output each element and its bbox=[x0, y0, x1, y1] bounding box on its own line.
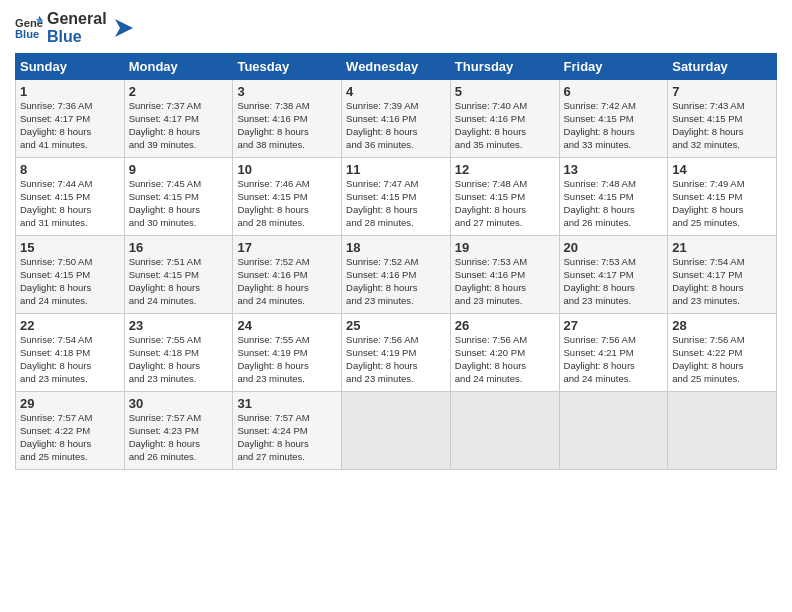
calendar-cell: 13Sunrise: 7:48 AMSunset: 4:15 PMDayligh… bbox=[559, 158, 668, 236]
day-number: 1 bbox=[20, 84, 120, 99]
calendar-cell: 28Sunrise: 7:56 AMSunset: 4:22 PMDayligh… bbox=[668, 314, 777, 392]
col-header-sunday: Sunday bbox=[16, 54, 125, 80]
calendar-cell: 6Sunrise: 7:42 AMSunset: 4:15 PMDaylight… bbox=[559, 80, 668, 158]
cell-info-line: Daylight: 8 hours bbox=[20, 438, 120, 451]
cell-info-line: Daylight: 8 hours bbox=[129, 204, 229, 217]
cell-info-line: Sunset: 4:15 PM bbox=[672, 113, 772, 126]
calendar-cell: 27Sunrise: 7:56 AMSunset: 4:21 PMDayligh… bbox=[559, 314, 668, 392]
cell-info-line: Sunrise: 7:56 AM bbox=[564, 334, 664, 347]
col-header-saturday: Saturday bbox=[668, 54, 777, 80]
cell-info-line: Sunrise: 7:43 AM bbox=[672, 100, 772, 113]
cell-info-line: Sunset: 4:15 PM bbox=[672, 191, 772, 204]
cell-info-line: Sunset: 4:24 PM bbox=[237, 425, 337, 438]
cell-info-line: and 23 minutes. bbox=[237, 373, 337, 386]
cell-info-line: Daylight: 8 hours bbox=[672, 282, 772, 295]
cell-info-line: Daylight: 8 hours bbox=[346, 204, 446, 217]
cell-info-line: Sunrise: 7:57 AM bbox=[237, 412, 337, 425]
cell-info-line: Sunset: 4:18 PM bbox=[129, 347, 229, 360]
calendar-cell: 24Sunrise: 7:55 AMSunset: 4:19 PMDayligh… bbox=[233, 314, 342, 392]
cell-info-line: Sunset: 4:19 PM bbox=[237, 347, 337, 360]
day-number: 13 bbox=[564, 162, 664, 177]
calendar-table: SundayMondayTuesdayWednesdayThursdayFrid… bbox=[15, 53, 777, 470]
col-header-thursday: Thursday bbox=[450, 54, 559, 80]
cell-info-line: and 23 minutes. bbox=[455, 295, 555, 308]
day-number: 4 bbox=[346, 84, 446, 99]
day-number: 27 bbox=[564, 318, 664, 333]
cell-info-line: and 31 minutes. bbox=[20, 217, 120, 230]
cell-info-line: and 25 minutes. bbox=[672, 373, 772, 386]
cell-info-line: Daylight: 8 hours bbox=[20, 126, 120, 139]
cell-info-line: Sunset: 4:18 PM bbox=[20, 347, 120, 360]
cell-info-line: Sunset: 4:20 PM bbox=[455, 347, 555, 360]
calendar-cell: 31Sunrise: 7:57 AMSunset: 4:24 PMDayligh… bbox=[233, 392, 342, 470]
cell-info-line: Sunrise: 7:37 AM bbox=[129, 100, 229, 113]
col-header-wednesday: Wednesday bbox=[342, 54, 451, 80]
logo-icon: General Blue bbox=[15, 14, 43, 42]
day-number: 31 bbox=[237, 396, 337, 411]
cell-info-line: and 27 minutes. bbox=[237, 451, 337, 464]
week-row-1: 1Sunrise: 7:36 AMSunset: 4:17 PMDaylight… bbox=[16, 80, 777, 158]
cell-info-line: Daylight: 8 hours bbox=[346, 126, 446, 139]
cell-info-line: Sunrise: 7:48 AM bbox=[564, 178, 664, 191]
cell-info-line: and 27 minutes. bbox=[455, 217, 555, 230]
cell-info-line: Sunset: 4:15 PM bbox=[346, 191, 446, 204]
cell-info-line: Sunset: 4:17 PM bbox=[20, 113, 120, 126]
cell-info-line: Daylight: 8 hours bbox=[237, 126, 337, 139]
cell-info-line: Sunset: 4:15 PM bbox=[129, 269, 229, 282]
cell-info-line: Sunset: 4:22 PM bbox=[20, 425, 120, 438]
cell-info-line: Sunrise: 7:47 AM bbox=[346, 178, 446, 191]
calendar-cell: 16Sunrise: 7:51 AMSunset: 4:15 PMDayligh… bbox=[124, 236, 233, 314]
cell-info-line: and 41 minutes. bbox=[20, 139, 120, 152]
cell-info-line: Sunset: 4:15 PM bbox=[237, 191, 337, 204]
cell-info-line: Daylight: 8 hours bbox=[672, 126, 772, 139]
cell-info-line: Sunrise: 7:42 AM bbox=[564, 100, 664, 113]
cell-info-line: Sunrise: 7:38 AM bbox=[237, 100, 337, 113]
cell-info-line: Daylight: 8 hours bbox=[455, 204, 555, 217]
day-number: 18 bbox=[346, 240, 446, 255]
day-number: 28 bbox=[672, 318, 772, 333]
day-number: 19 bbox=[455, 240, 555, 255]
calendar-cell bbox=[342, 392, 451, 470]
cell-info-line: Sunrise: 7:50 AM bbox=[20, 256, 120, 269]
day-number: 21 bbox=[672, 240, 772, 255]
cell-info-line: Daylight: 8 hours bbox=[129, 282, 229, 295]
cell-info-line: Daylight: 8 hours bbox=[672, 204, 772, 217]
cell-info-line: Daylight: 8 hours bbox=[237, 360, 337, 373]
calendar-cell: 17Sunrise: 7:52 AMSunset: 4:16 PMDayligh… bbox=[233, 236, 342, 314]
cell-info-line: Sunrise: 7:53 AM bbox=[564, 256, 664, 269]
cell-info-line: Sunrise: 7:57 AM bbox=[20, 412, 120, 425]
cell-info-line: and 39 minutes. bbox=[129, 139, 229, 152]
logo-blue: Blue bbox=[47, 28, 107, 46]
cell-info-line: Daylight: 8 hours bbox=[564, 204, 664, 217]
cell-info-line: Sunset: 4:15 PM bbox=[564, 113, 664, 126]
cell-info-line: Daylight: 8 hours bbox=[237, 204, 337, 217]
calendar-cell: 26Sunrise: 7:56 AMSunset: 4:20 PMDayligh… bbox=[450, 314, 559, 392]
calendar-cell: 11Sunrise: 7:47 AMSunset: 4:15 PMDayligh… bbox=[342, 158, 451, 236]
cell-info-line: Daylight: 8 hours bbox=[129, 438, 229, 451]
cell-info-line: Sunset: 4:15 PM bbox=[455, 191, 555, 204]
cell-info-line: Daylight: 8 hours bbox=[20, 282, 120, 295]
cell-info-line: and 24 minutes. bbox=[455, 373, 555, 386]
cell-info-line: Sunrise: 7:54 AM bbox=[672, 256, 772, 269]
calendar-cell: 10Sunrise: 7:46 AMSunset: 4:15 PMDayligh… bbox=[233, 158, 342, 236]
cell-info-line: and 36 minutes. bbox=[346, 139, 446, 152]
svg-text:Blue: Blue bbox=[15, 27, 39, 39]
calendar-cell: 9Sunrise: 7:45 AMSunset: 4:15 PMDaylight… bbox=[124, 158, 233, 236]
day-number: 10 bbox=[237, 162, 337, 177]
cell-info-line: Daylight: 8 hours bbox=[237, 438, 337, 451]
calendar-cell: 8Sunrise: 7:44 AMSunset: 4:15 PMDaylight… bbox=[16, 158, 125, 236]
week-row-2: 8Sunrise: 7:44 AMSunset: 4:15 PMDaylight… bbox=[16, 158, 777, 236]
cell-info-line: Sunset: 4:16 PM bbox=[455, 113, 555, 126]
day-number: 30 bbox=[129, 396, 229, 411]
cell-info-line: and 24 minutes. bbox=[129, 295, 229, 308]
cell-info-line: and 30 minutes. bbox=[129, 217, 229, 230]
cell-info-line: Sunrise: 7:54 AM bbox=[20, 334, 120, 347]
day-number: 26 bbox=[455, 318, 555, 333]
cell-info-line: Sunrise: 7:51 AM bbox=[129, 256, 229, 269]
week-row-3: 15Sunrise: 7:50 AMSunset: 4:15 PMDayligh… bbox=[16, 236, 777, 314]
day-number: 24 bbox=[237, 318, 337, 333]
calendar-cell: 18Sunrise: 7:52 AMSunset: 4:16 PMDayligh… bbox=[342, 236, 451, 314]
calendar-cell: 23Sunrise: 7:55 AMSunset: 4:18 PMDayligh… bbox=[124, 314, 233, 392]
cell-info-line: Sunrise: 7:36 AM bbox=[20, 100, 120, 113]
cell-info-line: Sunset: 4:16 PM bbox=[346, 113, 446, 126]
